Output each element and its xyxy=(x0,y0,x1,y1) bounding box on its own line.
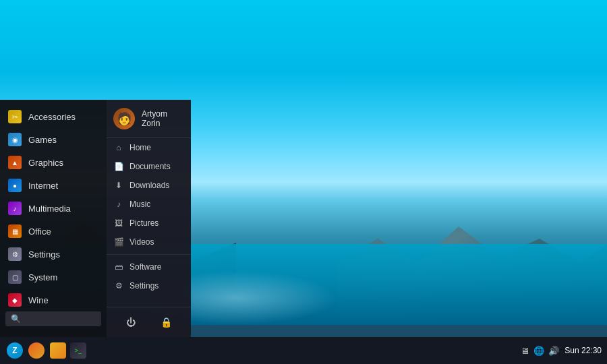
user-section[interactable]: 🧑 Artyom Zorin xyxy=(107,100,191,138)
videos-label: Videos xyxy=(129,237,154,247)
settings-bottom-label: Settings xyxy=(129,281,158,291)
downloads-label: Downloads xyxy=(129,181,169,190)
taskbar: Z >_ 🖥 🌐 🔊 Sun 22:30 xyxy=(0,337,607,364)
start-menu: ✂Accessories◉Games▲Graphics●Internet♪Mul… xyxy=(0,100,191,337)
firefox-icon xyxy=(28,342,45,359)
user-name: Artyom Zorin xyxy=(142,109,184,128)
menu-category-graphics[interactable]: ▲Graphics xyxy=(0,151,107,174)
volume-tray-icon: 🔊 xyxy=(548,346,559,356)
desktop: ✂Accessories◉Games▲Graphics●Internet♪Mul… xyxy=(0,0,607,364)
wine-icon: ◆ xyxy=(8,293,22,307)
menu-category-games[interactable]: ◉Games xyxy=(0,128,107,151)
wine-label: Wine xyxy=(28,295,49,305)
downloads-icon: ⬇ xyxy=(113,181,124,190)
search-bar[interactable]: 🔍 xyxy=(5,311,101,326)
accessories-icon: ✂ xyxy=(8,110,22,123)
internet-icon: ● xyxy=(8,179,22,192)
menu-category-settings[interactable]: ⚙Settings xyxy=(0,243,107,266)
multimedia-label: Multimedia xyxy=(28,204,71,214)
pictures-icon: 🖼 xyxy=(113,218,124,228)
menu-category-system[interactable]: ▢System xyxy=(0,266,107,289)
menu-category-wine[interactable]: ◆Wine xyxy=(0,289,107,311)
menu-category-office[interactable]: ▦Office xyxy=(0,220,107,243)
videos-icon: 🎬 xyxy=(113,237,124,247)
graphics-icon: ▲ xyxy=(8,156,22,169)
taskbar-right: 🖥 🌐 🔊 Sun 22:30 xyxy=(521,346,602,356)
right-items-list: ⌂Home📄Documents⬇Downloads♪Music🖼Pictures… xyxy=(107,138,191,251)
system-label: System xyxy=(28,272,57,282)
accessories-label: Accessories xyxy=(28,112,76,122)
search-icon: 🔍 xyxy=(11,314,21,324)
right-item-home[interactable]: ⌂Home xyxy=(107,138,191,157)
separator xyxy=(107,254,191,255)
right-item-downloads[interactable]: ⬇Downloads xyxy=(107,176,191,195)
music-icon: ♪ xyxy=(113,200,124,209)
taskbar-firefox-icon[interactable] xyxy=(27,341,46,360)
pictures-label: Pictures xyxy=(129,218,158,228)
menu-category-internet[interactable]: ●Internet xyxy=(0,174,107,197)
home-icon: ⌂ xyxy=(113,143,124,152)
settings-icon: ⚙ xyxy=(8,247,22,261)
menu-actions: ⏻ 🔒 xyxy=(107,307,191,337)
multimedia-icon: ♪ xyxy=(8,202,22,215)
office-label: Office xyxy=(28,226,51,237)
office-icon: ▦ xyxy=(8,224,22,238)
music-label: Music xyxy=(129,200,150,209)
documents-icon: 📄 xyxy=(113,162,124,171)
graphics-label: Graphics xyxy=(28,158,63,168)
taskbar-left: Z >_ xyxy=(5,341,86,360)
internet-label: Internet xyxy=(28,181,58,191)
taskbar-terminal-icon[interactable]: >_ xyxy=(70,342,86,359)
menu-category-accessories[interactable]: ✂Accessories xyxy=(0,105,107,128)
settings-label: Settings xyxy=(28,249,60,260)
documents-label: Documents xyxy=(129,162,171,171)
bottom-item-settings[interactable]: ⚙Settings xyxy=(107,276,191,295)
menu-left-panel: ✂Accessories◉Games▲Graphics●Internet♪Mul… xyxy=(0,100,107,337)
categories-list: ✂Accessories◉Games▲Graphics●Internet♪Mul… xyxy=(0,105,107,311)
right-item-videos[interactable]: 🎬Videos xyxy=(107,233,191,251)
network-tray-icon: 🖥 xyxy=(521,346,529,356)
files-icon xyxy=(50,342,66,359)
search-input[interactable] xyxy=(24,314,96,324)
software-bottom-icon: 🗃 xyxy=(113,262,124,272)
power-button[interactable]: ⏻ xyxy=(121,313,140,332)
taskbar-files-icon[interactable] xyxy=(49,341,67,360)
software-bottom-label: Software xyxy=(129,262,161,272)
right-item-pictures[interactable]: 🖼Pictures xyxy=(107,214,191,233)
start-button[interactable]: Z xyxy=(5,341,24,360)
system-tray: 🖥 🌐 🔊 xyxy=(521,346,559,356)
home-label: Home xyxy=(129,143,151,152)
lock-button[interactable]: 🔒 xyxy=(157,313,176,332)
games-icon: ◉ xyxy=(8,133,22,146)
right-item-music[interactable]: ♪Music xyxy=(107,195,191,214)
right-item-documents[interactable]: 📄Documents xyxy=(107,157,191,176)
avatar: 🧑 xyxy=(113,108,135,129)
bottom-items-list: 🗃Software⚙Settings xyxy=(107,257,191,295)
zorin-logo-icon: Z xyxy=(7,342,23,359)
menu-category-multimedia[interactable]: ♪Multimedia xyxy=(0,197,107,220)
menu-right-panel: 🧑 Artyom Zorin ⌂Home📄Documents⬇Downloads… xyxy=(107,100,191,337)
globe-tray-icon: 🌐 xyxy=(533,346,544,356)
taskbar-clock: Sun 22:30 xyxy=(565,346,602,355)
games-label: Games xyxy=(28,135,57,145)
system-icon: ▢ xyxy=(8,270,22,284)
bottom-item-software[interactable]: 🗃Software xyxy=(107,257,191,276)
settings-bottom-icon: ⚙ xyxy=(113,281,124,291)
